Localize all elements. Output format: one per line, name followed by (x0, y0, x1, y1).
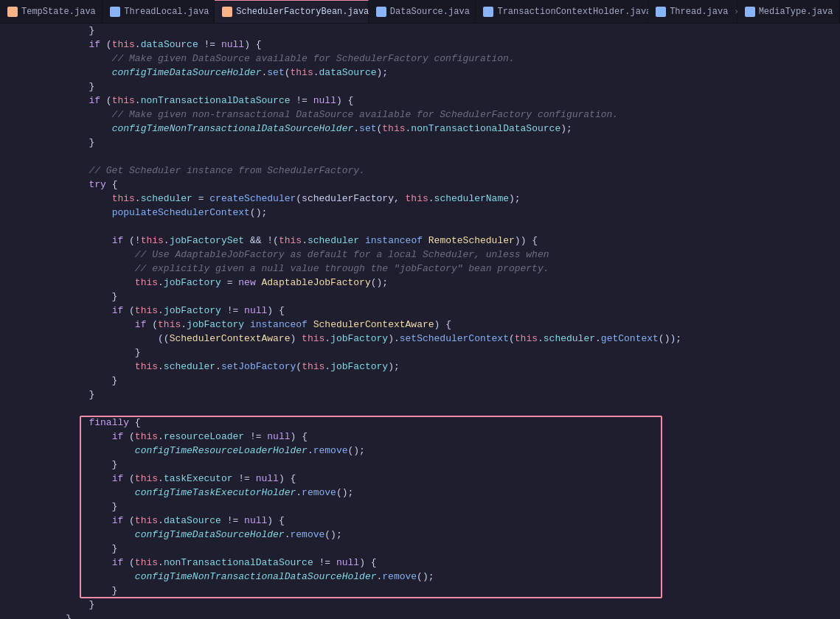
code-line-42: } (43, 598, 840, 612)
line-numbers (0, 24, 37, 619)
tab-bar: TempState.java ✕ ThreadLocal.java ✕ Sche… (0, 0, 840, 24)
code-line-13: this.scheduler = createScheduler(schedul… (43, 192, 840, 206)
tab-label-tempstate: TempState.java (21, 7, 96, 17)
code-line-36: if (this.dataSource != null) { (43, 514, 840, 528)
tab-icon-datasource (376, 7, 386, 17)
code-line-28 (43, 402, 840, 416)
code-line-21: if (this.jobFactory != null) { (43, 304, 840, 318)
tab-icon-mediatype (745, 7, 755, 17)
code-line-5: } (43, 80, 840, 94)
code-editor[interactable]: } if (this.dataSource != null) { // Make… (37, 24, 840, 619)
code-line-6: if (this.nonTransactionalDataSource != n… (43, 94, 840, 108)
code-line-38: } (43, 542, 840, 556)
code-line-35: } (43, 500, 840, 514)
code-line-29: finally { (43, 416, 840, 430)
tab-thread[interactable]: Thread.java ✕ (648, 0, 737, 23)
tab-label-mediatype: MediaType.java (759, 7, 833, 17)
tab-datasource[interactable]: DataSource.java ✕ (369, 0, 476, 23)
code-line-34: configTimeTaskExecutorHolder.remove(); (43, 486, 840, 500)
code-line-22: if (this.jobFactory instanceof Scheduler… (43, 318, 840, 332)
code-line-2: if (this.dataSource != null) { (43, 38, 840, 52)
code-line-17: // Use AdaptableJobFactory as default fo… (43, 248, 840, 262)
tab-icon-threadlocal (110, 7, 120, 17)
tab-icon-thread (656, 7, 666, 17)
tab-label-schedulerfactorybean: SchedulerFactoryBean.java (236, 7, 369, 17)
code-line-24: } (43, 346, 840, 360)
code-line-14: populateSchedulerContext(); (43, 206, 840, 220)
code-line-27: } (43, 388, 840, 402)
code-line-7: // Make given non-transactional DataSour… (43, 108, 840, 122)
code-line-31: configTimeResourceLoaderHolder.remove(); (43, 444, 840, 458)
code-line-1: } (43, 24, 840, 38)
tab-transactioncontextholder[interactable]: TransactionContextHolder.java ✕ (476, 0, 648, 23)
tab-mediatype[interactable]: MediaType.java ✕ (737, 0, 840, 23)
tab-tempstate[interactable]: TempState.java ✕ (0, 0, 103, 23)
code-area: } if (this.dataSource != null) { // Make… (0, 24, 840, 619)
tab-label-datasource: DataSource.java (390, 7, 470, 17)
code-line-23: ((SchedulerContextAware) this.jobFactory… (43, 332, 840, 346)
code-line-30: if (this.resourceLoader != null) { (43, 430, 840, 444)
code-line-3: // Make given DataSource available for S… (43, 52, 840, 66)
code-line-4: configTimeDataSourceHolder.set(this.data… (43, 66, 840, 80)
code-line-10 (43, 150, 840, 164)
tab-icon-transactioncontextholder (483, 7, 493, 17)
code-line-16: if (!this.jobFactorySet && !(this.schedu… (43, 234, 840, 248)
code-line-19: this.jobFactory = new AdaptableJobFactor… (43, 276, 840, 290)
code-line-32: } (43, 458, 840, 472)
code-line-12: try { (43, 178, 840, 192)
code-line-26: } (43, 374, 840, 388)
code-line-43: } (43, 612, 840, 619)
code-line-39: if (this.nonTransactionalDataSource != n… (43, 556, 840, 570)
tab-schedulerfactorybean[interactable]: SchedulerFactoryBean.java ✕ (215, 0, 369, 23)
code-line-15 (43, 220, 840, 234)
code-line-9: } (43, 136, 840, 150)
code-line-41: } (43, 584, 840, 598)
code-line-25: this.scheduler.setJobFactory(this.jobFac… (43, 360, 840, 374)
code-line-40: configTimeNonTransactionalDataSourceHold… (43, 570, 840, 584)
code-line-37: configTimeDataSourceHolder.remove(); (43, 528, 840, 542)
tab-label-threadlocal: ThreadLocal.java (124, 7, 209, 17)
code-line-20: } (43, 290, 840, 304)
tab-icon-tempstate (7, 7, 18, 17)
code-line-8: configTimeNonTransactionalDataSourceHold… (43, 122, 840, 136)
code-line-11: // Get Scheduler instance from Scheduler… (43, 164, 840, 178)
code-line-33: if (this.taskExecutor != null) { (43, 472, 840, 486)
code-line-18: // explicitly given a null value through… (43, 262, 840, 276)
ide-window: TempState.java ✕ ThreadLocal.java ✕ Sche… (0, 0, 840, 619)
tab-icon-schedulerfactorybean (222, 7, 232, 17)
tab-threadlocal[interactable]: ThreadLocal.java ✕ (103, 0, 215, 23)
tab-label-transactioncontextholder: TransactionContextHolder.java (497, 7, 651, 17)
tab-label-thread: Thread.java (670, 7, 728, 17)
